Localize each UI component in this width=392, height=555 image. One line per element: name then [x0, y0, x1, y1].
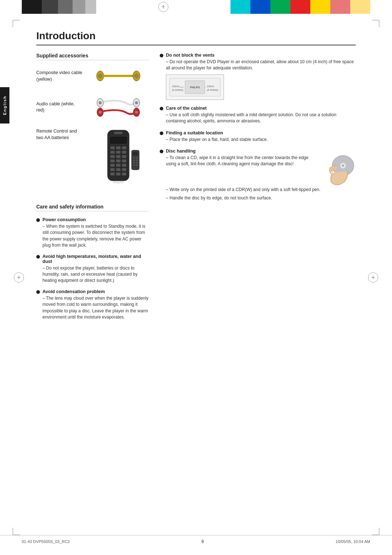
accessory-label-video-cable: Composite video cable (yellow) — [36, 70, 83, 82]
color-block-darkgray — [42, 0, 58, 14]
accessory-item-remote: Remote Control and two AA batteries — [36, 128, 149, 194]
svg-rect-35 — [116, 173, 121, 175]
vent-diagram: 10cm (4 inches) PHILIPS 10cm (4 inches) — [166, 74, 224, 100]
bullet-dot — [36, 218, 40, 222]
bullet-power-consumption: Power consumption – When the system is s… — [36, 217, 149, 249]
bullet-condensation: Avoid condensation problem – The lens ma… — [36, 289, 149, 321]
svg-rect-44 — [133, 162, 135, 163]
care-safety-section: Care and safety information Power consum… — [36, 204, 149, 320]
main-columns: Supplied accessories Composite video cab… — [36, 53, 356, 325]
svg-rect-14 — [114, 132, 123, 134]
svg-rect-18 — [122, 146, 126, 149]
left-column: Supplied accessories Composite video cab… — [36, 53, 149, 325]
bullet-header-disc: Disc handling — [160, 149, 356, 154]
bullet-header-condensation: Avoid condensation problem — [36, 289, 149, 294]
svg-rect-36 — [122, 173, 126, 175]
color-block-lightyellow — [350, 0, 370, 14]
color-block-yellow — [310, 0, 330, 14]
bullet-dot — [160, 54, 163, 57]
bullet-header-power: Power consumption — [36, 217, 149, 222]
care-safety-title: Care and safety information — [36, 204, 149, 211]
cable-yellow-svg — [95, 66, 142, 86]
svg-rect-30 — [122, 164, 126, 167]
bullet-body-cabinet: – Use a soft cloth slightly moistened wi… — [166, 112, 356, 125]
right-column: Do not block the vents – Do not operate … — [160, 53, 356, 325]
bullet-header-cabinet: Care of the cabinet — [160, 106, 356, 111]
bullet-dot — [160, 107, 163, 110]
svg-rect-33 — [122, 168, 126, 171]
color-block-red — [290, 0, 310, 14]
bullet-cabinet: Care of the cabinet – Use a soft cloth s… — [160, 106, 356, 125]
svg-rect-25 — [110, 159, 115, 162]
svg-rect-41 — [136, 157, 138, 158]
svg-rect-24 — [122, 155, 126, 158]
svg-rect-39 — [133, 152, 138, 155]
corner-mark-br — [372, 528, 379, 535]
color-block-lightgray — [73, 0, 85, 14]
color-block-black — [22, 0, 42, 14]
remote-control-svg: PHILIPS — [97, 128, 140, 194]
svg-rect-2 — [103, 75, 134, 77]
svg-text:10cm: 10cm — [172, 85, 179, 88]
svg-rect-32 — [116, 168, 121, 171]
color-block-gray — [58, 0, 73, 14]
supplied-accessories-title: Supplied accessories — [36, 53, 149, 60]
bullet-dot — [36, 290, 40, 294]
svg-rect-34 — [110, 173, 115, 175]
accessory-label-audio-cable: Audio cable (white, red) — [36, 101, 83, 114]
bullet-body-condensation: – The lens may cloud over when the playe… — [42, 295, 149, 321]
svg-rect-21 — [122, 151, 126, 154]
accessory-label-remote: Remote Control and two AA batteries — [36, 128, 83, 141]
svg-rect-27 — [122, 159, 126, 162]
svg-point-4 — [135, 74, 138, 78]
bottom-left-text: 01-43 DVP5505S_03_RC2 — [22, 539, 70, 544]
bullet-header-vents: Do not block the vents — [160, 53, 356, 58]
svg-rect-45 — [136, 162, 138, 163]
accessory-img-audio-cable — [88, 96, 149, 118]
svg-rect-46 — [133, 165, 135, 166]
svg-rect-43 — [136, 159, 138, 161]
svg-text:(4 inches): (4 inches) — [172, 89, 183, 92]
accessory-item-video-cable: Composite video cable (yellow) — [36, 66, 149, 86]
svg-rect-16 — [110, 146, 115, 149]
color-block-green — [270, 0, 290, 14]
bullet-high-temp: Avoid high temperatures, moisture, water… — [36, 254, 149, 284]
bullet-body-disc-2: – Write only on the printed side of a CD… — [166, 187, 356, 193]
bullet-body-temp: – Do not expose the player, batteries or… — [42, 265, 149, 284]
page-title: Introduction — [36, 30, 370, 42]
english-language-tab: English — [0, 87, 9, 123]
color-block-cyan — [230, 0, 250, 14]
svg-point-8 — [135, 101, 138, 104]
bullet-body-power: – When the system is switched to Standby… — [42, 223, 149, 249]
corner-mark-bl — [13, 528, 20, 535]
bullet-body-vents: – Do not operate the DVD Player in an en… — [166, 59, 356, 72]
svg-rect-23 — [116, 155, 121, 158]
bottom-page-number: 8 — [201, 539, 204, 544]
accessory-img-video-cable — [88, 66, 149, 86]
svg-text:10cm: 10cm — [207, 85, 214, 88]
svg-rect-26 — [116, 159, 121, 162]
svg-rect-15 — [109, 136, 127, 144]
cable-audio-svg — [95, 96, 142, 118]
bullet-vents: Do not block the vents – Do not operate … — [160, 53, 356, 100]
svg-rect-47 — [136, 165, 138, 166]
title-divider — [36, 45, 356, 45]
vent-diagram-svg: 10cm (4 inches) PHILIPS 10cm (4 inches) — [168, 76, 222, 98]
bottom-right-text: 10/05/05, 10:04 AM — [336, 539, 370, 544]
bullet-location: Finding a suitable location – Place the … — [160, 130, 356, 143]
color-block-blue — [250, 0, 270, 14]
bullet-body-location: – Place the player on a flat, hard, and … — [166, 137, 356, 143]
svg-text:(4 inches): (4 inches) — [207, 89, 218, 92]
bottom-bar: 01-43 DVP5505S_03_RC2 8 10/05/05, 10:04 … — [0, 535, 392, 544]
svg-rect-19 — [110, 151, 115, 154]
disc-hand-svg — [323, 155, 356, 186]
svg-rect-31 — [110, 168, 115, 171]
page-content: Introduction Supplied accessories Compos… — [0, 14, 392, 340]
top-color-bar — [0, 0, 392, 14]
bullet-disc: Disc handling – To clean a CD, wipe it i… — [160, 149, 356, 202]
bullet-header-temp: Avoid high temperatures, moisture, water… — [36, 254, 149, 264]
svg-rect-42 — [133, 159, 135, 161]
center-crosshair — [158, 2, 168, 12]
svg-rect-20 — [116, 151, 121, 154]
svg-rect-28 — [110, 164, 115, 167]
